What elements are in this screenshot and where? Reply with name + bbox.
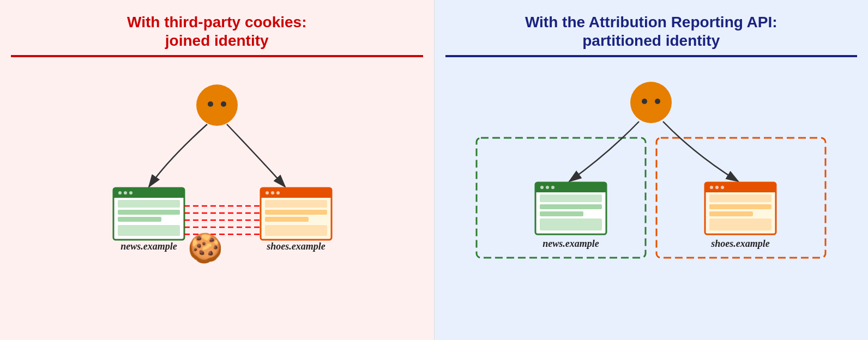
svg-rect-28	[265, 225, 327, 236]
cookie-icon: 🍪	[187, 231, 222, 265]
svg-point-22	[266, 191, 269, 195]
svg-point-0	[196, 84, 238, 126]
left-panel: With third-party cookies: joined identit…	[0, 0, 435, 340]
svg-point-9	[129, 191, 132, 195]
right-panel-title: With the Attribution Reporting API: part…	[525, 13, 777, 50]
svg-rect-47	[705, 188, 776, 192]
svg-rect-43	[540, 211, 583, 216]
svg-rect-42	[540, 204, 602, 209]
right-title-line1: With the Attribution Reporting API:	[525, 14, 777, 31]
svg-rect-12	[118, 217, 161, 222]
svg-rect-27	[265, 217, 309, 222]
left-site1-label: news.example	[120, 241, 177, 252]
svg-point-39	[546, 186, 549, 189]
svg-point-34	[655, 99, 660, 104]
svg-point-48	[710, 186, 713, 189]
svg-rect-52	[709, 204, 771, 209]
left-title-line2: joined identity	[165, 32, 269, 49]
right-site2-label: shoes.example	[711, 238, 770, 249]
svg-rect-41	[540, 195, 602, 202]
svg-point-50	[721, 186, 724, 189]
svg-point-7	[118, 191, 122, 195]
svg-point-33	[642, 99, 647, 104]
left-divider	[11, 55, 423, 57]
svg-point-2	[221, 101, 226, 107]
left-site2-label: shoes.example	[266, 241, 326, 252]
left-panel-title: With third-party cookies: joined identit…	[127, 13, 307, 50]
right-title-line2: partitioned identity	[582, 32, 720, 49]
svg-rect-37	[535, 188, 606, 192]
svg-point-32	[630, 82, 672, 123]
right-diagram: news.example shoes.example	[460, 67, 842, 269]
svg-point-38	[540, 186, 544, 189]
svg-rect-11	[118, 210, 180, 215]
svg-rect-53	[709, 211, 753, 216]
svg-rect-21	[261, 193, 331, 198]
svg-rect-26	[265, 210, 327, 215]
svg-point-23	[271, 191, 274, 195]
right-divider	[445, 55, 858, 57]
svg-point-24	[276, 191, 280, 195]
svg-point-49	[715, 186, 719, 189]
left-diagram: 🍪 news.example shoes.example	[59, 67, 375, 269]
right-panel: With the Attribution Reporting API: part…	[435, 0, 869, 340]
svg-point-8	[124, 191, 127, 195]
svg-rect-54	[709, 218, 771, 230]
right-site1-label: news.example	[543, 238, 600, 249]
svg-rect-6	[113, 193, 184, 198]
svg-rect-51	[709, 195, 771, 202]
svg-point-1	[208, 101, 213, 107]
svg-rect-10	[118, 200, 180, 208]
svg-rect-44	[540, 218, 602, 230]
left-title-line1: With third-party cookies:	[127, 14, 307, 31]
svg-rect-25	[265, 200, 327, 208]
svg-point-40	[551, 186, 554, 189]
svg-rect-13	[118, 225, 180, 236]
